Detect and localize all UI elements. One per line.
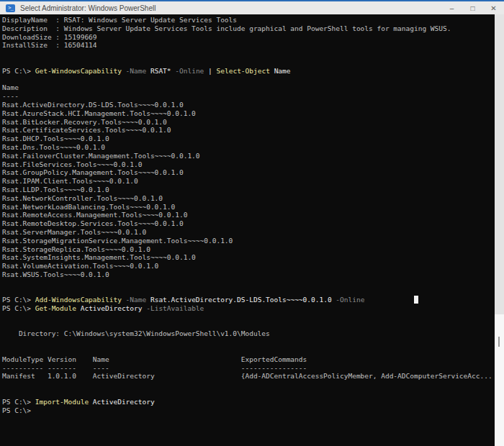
- window-controls: – □ ✕: [441, 1, 504, 14]
- terminal-line: Rsat.NetworkController.Tools~~~~0.0.1.0: [2, 194, 495, 203]
- terminal-line: Directory: C:\Windows\system32\WindowsPo…: [2, 329, 495, 338]
- terminal-line: [2, 338, 495, 347]
- terminal-line: PS C:\>: [2, 406, 495, 415]
- terminal-line: [2, 347, 495, 355]
- terminal-line: Rsat.StorageMigrationService.Management.…: [2, 237, 495, 245]
- terminal-line: Rsat.BitLocker.Recovery.Tools~~~~0.0.1.0: [2, 118, 495, 127]
- terminal-line: Rsat.RemoteAccess.Management.Tools~~~~0.…: [2, 211, 495, 219]
- terminal-line: Rsat.SystemInsights.Management.Tools~~~~…: [2, 253, 495, 262]
- terminal-line: InstallSize : 16504114: [2, 41, 495, 50]
- terminal-line: Rsat.ActiveDirectory.DS-LDS.Tools~~~~0.0…: [2, 101, 495, 109]
- terminal-line: [2, 313, 495, 322]
- terminal-line: Rsat.VolumeActivation.Tools~~~~0.0.1.0: [2, 262, 495, 270]
- terminal-line: [2, 389, 495, 398]
- terminal-line: DownloadSize : 15199669: [2, 33, 495, 42]
- terminal-line: Rsat.Dns.Tools~~~~0.0.1.0: [2, 143, 495, 152]
- terminal-line: [2, 50, 495, 58]
- terminal-cursor: [414, 296, 418, 304]
- terminal-line: PS C:\> Add-WindowsCapability -Name Rsat…: [2, 296, 495, 304]
- terminal-line: Rsat.ServerManager.Tools~~~~0.0.1.0: [2, 228, 495, 237]
- scrollbar-grip: [498, 337, 500, 347]
- terminal-line: Name: [2, 83, 495, 92]
- terminal-line: Rsat.DHCP.Tools~~~~0.0.1.0: [2, 135, 495, 143]
- terminal-line: Rsat.IPAM.Client.Tools~~~~0.0.1.0: [2, 177, 495, 186]
- terminal-line: [2, 279, 495, 288]
- terminal-line: Rsat.WSUS.Tools~~~~0.0.1.0: [2, 270, 495, 279]
- terminal-line: [2, 58, 495, 67]
- terminal-line: Rsat.FailoverCluster.Management.Tools~~~…: [2, 152, 495, 160]
- terminal-line: Rsat.AzureStack.HCI.Management.Tools~~~~…: [2, 109, 495, 118]
- terminal-line: Rsat.GroupPolicy.Management.Tools~~~~0.0…: [2, 168, 495, 177]
- powershell-icon[interactable]: >_: [6, 4, 15, 12]
- terminal-output: DisplayName : RSAT: Windows Server Updat…: [2, 16, 495, 414]
- terminal-line: Rsat.RemoteDesktop.Services.Tools~~~~0.0…: [2, 219, 495, 228]
- terminal-line: PS C:\> Get-WindowsCapability -Name RSAT…: [2, 67, 495, 76]
- terminal-line: [2, 288, 495, 296]
- terminal-area[interactable]: DisplayName : RSAT: Windows Server Updat…: [0, 14, 495, 446]
- terminal-line: ModuleType Version Name ExportedCommands: [2, 355, 495, 364]
- terminal-line: [2, 322, 495, 330]
- scrollbar-thumb[interactable]: [495, 14, 504, 314]
- terminal-line: ----: [2, 92, 495, 101]
- terminal-line: Description : Windows Server Update Serv…: [2, 24, 495, 33]
- terminal-line: ---------- ------- ---- ----------------: [2, 364, 495, 373]
- terminal-line: Rsat.StorageReplica.Tools~~~~0.0.1.0: [2, 245, 495, 254]
- terminal-line: DisplayName : RSAT: Windows Server Updat…: [2, 16, 495, 24]
- maximize-button[interactable]: □: [462, 1, 483, 14]
- minimize-button[interactable]: –: [441, 1, 462, 14]
- title-bar[interactable]: >_ Select Administrator: Windows PowerSh…: [0, 1, 504, 14]
- terminal-line: Manifest 1.0.1.0 ActiveDirectory {Add-AD…: [2, 372, 495, 381]
- window-title: Select Administrator: Windows PowerShell: [20, 4, 156, 12]
- terminal-line: PS C:\> Get-Module ActiveDirectory -List…: [2, 304, 495, 313]
- powershell-window: >_ Select Administrator: Windows PowerSh…: [0, 0, 504, 446]
- scrollbar[interactable]: [495, 14, 504, 446]
- terminal-line: Rsat.CertificateServices.Tools~~~~0.0.1.…: [2, 126, 495, 135]
- terminal-line: Rsat.FileServices.Tools~~~~0.0.1.0: [2, 160, 495, 169]
- terminal-line: Rsat.LLDP.Tools~~~~0.0.1.0: [2, 186, 495, 194]
- terminal-line: PS C:\> Import-Module ActiveDirectory: [2, 398, 495, 406]
- close-button[interactable]: ✕: [483, 1, 504, 14]
- terminal-line: [2, 381, 495, 389]
- terminal-line: [2, 76, 495, 84]
- terminal-line: Rsat.NetworkLoadBalancing.Tools~~~~0.0.1…: [2, 203, 495, 211]
